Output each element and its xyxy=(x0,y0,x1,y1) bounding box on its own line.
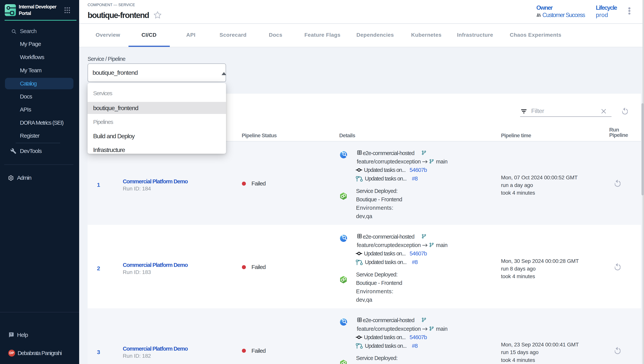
svg-text:?: ? xyxy=(10,332,12,336)
